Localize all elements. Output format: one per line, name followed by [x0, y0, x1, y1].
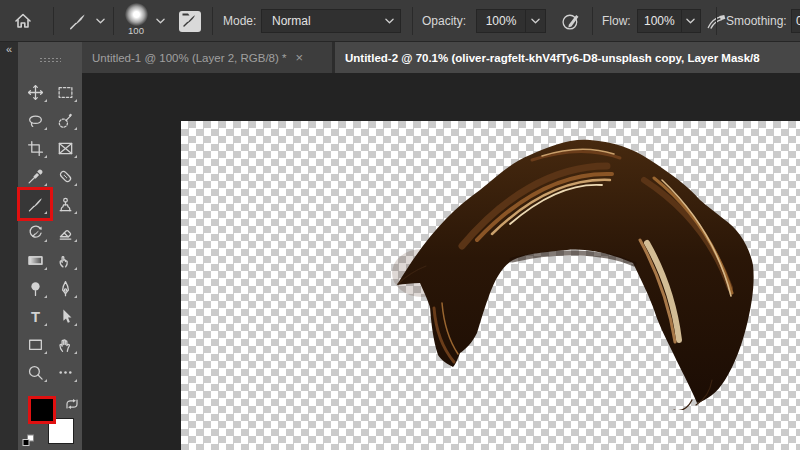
eraser-icon [57, 224, 74, 241]
marquee-tool[interactable] [50, 78, 80, 106]
move-tool[interactable] [20, 78, 50, 106]
clone-stamp-tool[interactable] [50, 190, 80, 218]
frame-tool[interactable] [50, 134, 80, 162]
tools-grid: T [18, 78, 82, 386]
smoothing-field[interactable]: 0% [791, 9, 800, 33]
marquee-icon [57, 84, 74, 101]
pen-tool[interactable] [50, 274, 80, 302]
left-rail [0, 42, 18, 450]
separator [592, 7, 593, 35]
tool-preset-chevron[interactable] [93, 0, 107, 42]
chevron-down-icon [156, 18, 165, 24]
tab-untitled-2[interactable]: Untitled-2 @ 70.1% (oliver-ragfelt-khV4f… [335, 42, 800, 73]
dodge-tool[interactable] [20, 274, 50, 302]
dodge-icon [27, 280, 44, 297]
healing-brush-tool[interactable] [50, 162, 80, 190]
smudge-icon [57, 252, 74, 269]
smudge-tool[interactable] [50, 246, 80, 274]
lasso-icon [27, 112, 44, 129]
home-icon [13, 11, 33, 31]
color-swatches [26, 396, 84, 450]
opacity-value: 100% [477, 14, 525, 28]
swap-colors-icon[interactable] [64, 397, 80, 411]
pen-icon [57, 280, 74, 297]
chevron-down-icon [385, 18, 394, 24]
brush-preset-chevron[interactable] [153, 0, 167, 42]
mode-dropdown[interactable]: Normal [261, 9, 401, 33]
smoothing-group: Smoothing: [726, 0, 787, 42]
separator [113, 7, 114, 35]
brush-icon [27, 196, 44, 213]
pressure-opacity-icon [560, 10, 582, 32]
ellipsis-icon [57, 364, 74, 381]
flow-label: Flow: [602, 14, 631, 28]
toolbar-grip[interactable] [39, 57, 61, 63]
quick-select-tool[interactable] [50, 106, 80, 134]
flow-field[interactable]: 100% [637, 9, 701, 33]
healing-brush-icon [57, 168, 74, 185]
brush-preview [125, 3, 148, 26]
default-colors-icon[interactable] [22, 434, 35, 447]
collapse-toolbar-button[interactable]: « [6, 44, 12, 55]
move-icon [27, 84, 44, 101]
foreground-color-swatch[interactable] [28, 396, 56, 424]
tool-preset-button[interactable] [64, 0, 90, 42]
toggle-brush-panel-button[interactable] [179, 0, 201, 42]
close-icon[interactable]: × [295, 51, 303, 64]
gradient-tool[interactable] [20, 246, 50, 274]
gradient-icon [27, 252, 44, 269]
brush-preset-picker[interactable]: 100 [122, 0, 150, 42]
quick-select-icon [57, 112, 74, 129]
brush-tool-icon [68, 12, 87, 31]
crop-icon [27, 140, 44, 157]
chevron-down-icon [531, 18, 540, 24]
separator [53, 7, 54, 35]
separator [716, 7, 717, 35]
brush-size-value: 100 [128, 26, 144, 36]
mode-label: Mode: [223, 14, 256, 28]
opacity-label: Opacity: [422, 14, 466, 28]
history-brush-tool[interactable] [20, 218, 50, 246]
photoshop-window: 100 Mode: Normal [0, 0, 800, 450]
toolbar: T [18, 42, 82, 450]
type-tool[interactable]: T [20, 302, 50, 330]
chevron-down-icon [96, 18, 105, 24]
mode-group: Mode: [223, 0, 256, 42]
tab-untitled-1[interactable]: Untitled-1 @ 100% (Layer 2, RGB/8) * × [82, 42, 332, 73]
opacity-chevron[interactable] [525, 10, 545, 32]
type-icon: T [27, 308, 44, 325]
toggle-brush-panel-icon [179, 11, 201, 32]
crop-tool[interactable] [20, 134, 50, 162]
path-select-icon [57, 308, 74, 325]
hair-image [392, 128, 764, 410]
chevron-down-icon [686, 18, 695, 24]
zoom-icon [27, 364, 44, 381]
edit-toolbar-button[interactable] [50, 358, 80, 386]
history-brush-icon [27, 224, 44, 241]
opacity-pressure-button[interactable] [557, 0, 585, 42]
brush-tool[interactable] [20, 190, 50, 218]
separator [412, 7, 413, 35]
options-bar: 100 Mode: Normal [0, 0, 800, 42]
flow-value: 100% [638, 14, 681, 28]
hand-tool[interactable] [50, 330, 80, 358]
mode-value: Normal [272, 14, 311, 28]
lasso-tool[interactable] [20, 106, 50, 134]
eyedropper-tool[interactable] [20, 162, 50, 190]
rectangle-tool[interactable] [20, 330, 50, 358]
canvas-area [82, 73, 800, 450]
document-tab-bar: Untitled-1 @ 100% (Layer 2, RGB/8) * × U… [82, 42, 800, 73]
zoom-tool[interactable] [20, 358, 50, 386]
svg-text:T: T [30, 308, 39, 324]
tab-title: Untitled-2 @ 70.1% (oliver-ragfelt-khV4f… [345, 52, 760, 64]
separator [212, 7, 213, 35]
eyedropper-icon [27, 168, 44, 185]
flow-chevron[interactable] [681, 10, 700, 32]
rectangle-icon [27, 336, 44, 353]
eraser-tool[interactable] [50, 218, 80, 246]
clone-stamp-icon [57, 196, 74, 213]
opacity-field[interactable]: 100% [476, 9, 546, 33]
smoothing-value: 0% [792, 14, 800, 28]
home-button[interactable] [10, 0, 36, 42]
path-select-tool[interactable] [50, 302, 80, 330]
